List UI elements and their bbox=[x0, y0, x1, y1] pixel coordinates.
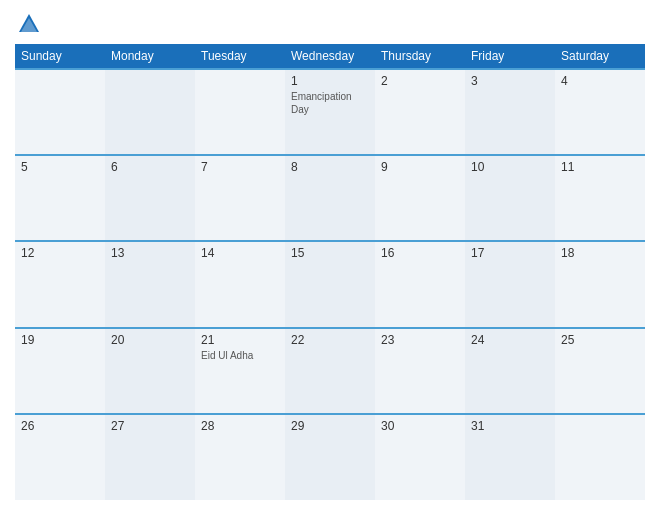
day-number: 13 bbox=[111, 246, 189, 260]
weekday-header-row: SundayMondayTuesdayWednesdayThursdayFrid… bbox=[15, 44, 645, 69]
calendar-cell: 9 bbox=[375, 155, 465, 241]
event-label: Emancipation Day bbox=[291, 90, 369, 116]
calendar-cell: 29 bbox=[285, 414, 375, 500]
calendar-cell: 27 bbox=[105, 414, 195, 500]
day-number: 31 bbox=[471, 419, 549, 433]
day-number: 18 bbox=[561, 246, 639, 260]
day-number: 24 bbox=[471, 333, 549, 347]
calendar-cell: 25 bbox=[555, 328, 645, 414]
calendar-cell: 30 bbox=[375, 414, 465, 500]
day-number: 4 bbox=[561, 74, 639, 88]
day-number: 16 bbox=[381, 246, 459, 260]
week-row-3: 12131415161718 bbox=[15, 241, 645, 327]
day-number: 27 bbox=[111, 419, 189, 433]
day-number: 20 bbox=[111, 333, 189, 347]
day-number: 30 bbox=[381, 419, 459, 433]
day-number: 15 bbox=[291, 246, 369, 260]
calendar-cell: 3 bbox=[465, 69, 555, 155]
calendar-cell: 22 bbox=[285, 328, 375, 414]
calendar-cell: 26 bbox=[15, 414, 105, 500]
generalblue-logo-icon bbox=[15, 10, 43, 38]
weekday-header-friday: Friday bbox=[465, 44, 555, 69]
calendar-cell: 11 bbox=[555, 155, 645, 241]
calendar-cell: 21Eid Ul Adha bbox=[195, 328, 285, 414]
day-number: 7 bbox=[201, 160, 279, 174]
day-number: 8 bbox=[291, 160, 369, 174]
calendar-cell bbox=[15, 69, 105, 155]
calendar-cell: 18 bbox=[555, 241, 645, 327]
calendar-cell: 5 bbox=[15, 155, 105, 241]
day-number: 23 bbox=[381, 333, 459, 347]
day-number: 28 bbox=[201, 419, 279, 433]
calendar-cell bbox=[105, 69, 195, 155]
day-number: 9 bbox=[381, 160, 459, 174]
day-number: 21 bbox=[201, 333, 279, 347]
event-label: Eid Ul Adha bbox=[201, 349, 279, 362]
day-number: 17 bbox=[471, 246, 549, 260]
calendar-cell: 10 bbox=[465, 155, 555, 241]
day-number: 2 bbox=[381, 74, 459, 88]
calendar-cell: 20 bbox=[105, 328, 195, 414]
calendar-cell: 31 bbox=[465, 414, 555, 500]
calendar-cell: 14 bbox=[195, 241, 285, 327]
day-number: 29 bbox=[291, 419, 369, 433]
calendar-cell: 7 bbox=[195, 155, 285, 241]
day-number: 10 bbox=[471, 160, 549, 174]
day-number: 12 bbox=[21, 246, 99, 260]
calendar-cell: 12 bbox=[15, 241, 105, 327]
calendar-cell: 4 bbox=[555, 69, 645, 155]
week-row-2: 567891011 bbox=[15, 155, 645, 241]
calendar-cell: 6 bbox=[105, 155, 195, 241]
calendar-cell: 2 bbox=[375, 69, 465, 155]
day-number: 11 bbox=[561, 160, 639, 174]
calendar-table: SundayMondayTuesdayWednesdayThursdayFrid… bbox=[15, 44, 645, 500]
calendar-cell: 19 bbox=[15, 328, 105, 414]
day-number: 25 bbox=[561, 333, 639, 347]
week-row-1: 1Emancipation Day234 bbox=[15, 69, 645, 155]
calendar-cell: 15 bbox=[285, 241, 375, 327]
calendar-cell: 13 bbox=[105, 241, 195, 327]
day-number: 22 bbox=[291, 333, 369, 347]
day-number: 1 bbox=[291, 74, 369, 88]
weekday-header-saturday: Saturday bbox=[555, 44, 645, 69]
calendar-cell: 16 bbox=[375, 241, 465, 327]
calendar-page: SundayMondayTuesdayWednesdayThursdayFrid… bbox=[0, 0, 660, 510]
day-number: 14 bbox=[201, 246, 279, 260]
header bbox=[15, 10, 645, 38]
weekday-header-thursday: Thursday bbox=[375, 44, 465, 69]
week-row-4: 192021Eid Ul Adha22232425 bbox=[15, 328, 645, 414]
logo bbox=[15, 10, 45, 38]
weekday-header-sunday: Sunday bbox=[15, 44, 105, 69]
calendar-cell: 28 bbox=[195, 414, 285, 500]
day-number: 6 bbox=[111, 160, 189, 174]
calendar-cell: 23 bbox=[375, 328, 465, 414]
weekday-header-monday: Monday bbox=[105, 44, 195, 69]
weekday-header-tuesday: Tuesday bbox=[195, 44, 285, 69]
calendar-cell: 17 bbox=[465, 241, 555, 327]
day-number: 26 bbox=[21, 419, 99, 433]
week-row-5: 262728293031 bbox=[15, 414, 645, 500]
calendar-cell bbox=[195, 69, 285, 155]
day-number: 5 bbox=[21, 160, 99, 174]
day-number: 19 bbox=[21, 333, 99, 347]
calendar-cell: 8 bbox=[285, 155, 375, 241]
calendar-cell: 24 bbox=[465, 328, 555, 414]
calendar-cell bbox=[555, 414, 645, 500]
day-number: 3 bbox=[471, 74, 549, 88]
calendar-cell: 1Emancipation Day bbox=[285, 69, 375, 155]
weekday-header-wednesday: Wednesday bbox=[285, 44, 375, 69]
